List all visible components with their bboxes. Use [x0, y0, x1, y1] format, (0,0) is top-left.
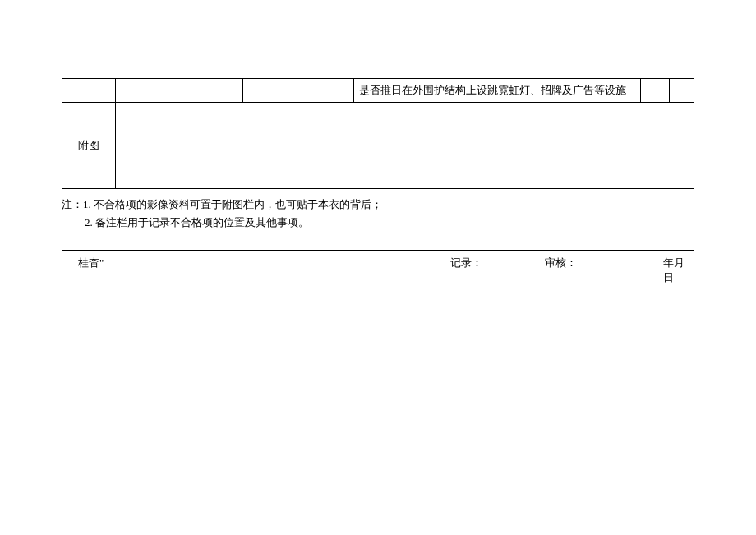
- cell-attachment-label: 附图: [62, 102, 116, 188]
- cell-r1-c1: [62, 79, 116, 103]
- note-line-1: 注：1. 不合格项的影像资料可置于附图栏内，也可贴于本衣的背后；: [62, 196, 694, 214]
- inspection-table: 是否推日在外围护结构上设跳霓虹灯、招牌及广告等设施 附图: [62, 78, 694, 189]
- cell-r1-c3: [242, 79, 353, 103]
- cell-attachment-content: [115, 102, 694, 188]
- table-row-2: 附图: [62, 102, 694, 188]
- signature-review: 审核：: [545, 256, 663, 285]
- cell-r1-c4: 是否推日在外围护结构上设跳霓虹灯、招牌及广告等设施: [353, 79, 641, 103]
- cell-r1-c5: [641, 79, 670, 103]
- cell-r1-c2: [115, 79, 242, 103]
- signature-divider: [62, 250, 694, 251]
- cell-r1-c6: [670, 79, 694, 103]
- signature-inspect: 桂杳": [78, 256, 450, 285]
- signature-date: 年月日: [663, 256, 694, 285]
- note-line-2: 2. 备注栏用于记录不合格项的位置及其他事项。: [62, 214, 694, 232]
- notes-section: 注：1. 不合格项的影像资料可置于附图栏内，也可贴于本衣的背后； 2. 备注栏用…: [62, 196, 694, 232]
- signature-row: 桂杳" 记录： 审核： 年月日: [62, 256, 694, 285]
- table-row-1: 是否推日在外围护结构上设跳霓虹灯、招牌及广告等设施: [62, 79, 694, 103]
- signature-record: 记录：: [450, 256, 546, 285]
